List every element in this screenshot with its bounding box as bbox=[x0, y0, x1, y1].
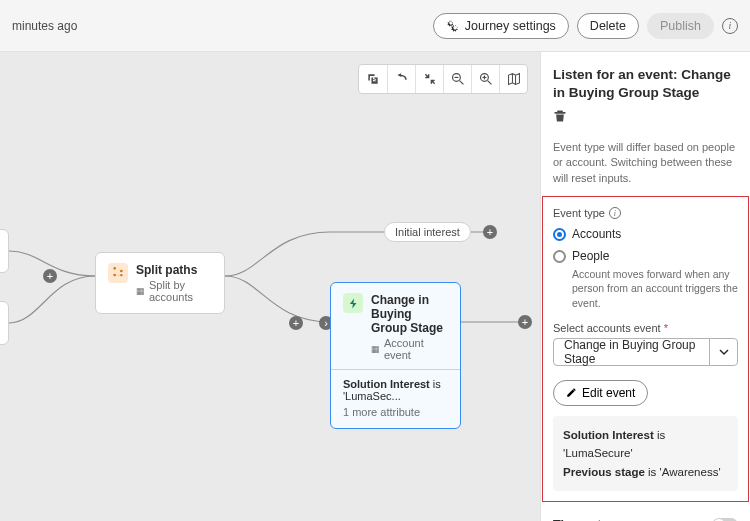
zoom-in-icon[interactable] bbox=[471, 65, 499, 93]
radio-off-icon bbox=[553, 250, 566, 263]
top-actions: Journey settings Delete Publish i bbox=[433, 13, 738, 39]
zoom-out-icon[interactable] bbox=[443, 65, 471, 93]
radio-help-text: Account moves forward when any person fr… bbox=[572, 267, 738, 310]
edit-event-label: Edit event bbox=[582, 386, 635, 400]
radio-accounts-label: Accounts bbox=[572, 227, 621, 241]
journey-settings-label: Journey settings bbox=[465, 19, 556, 33]
radio-on-icon bbox=[553, 228, 566, 241]
publish-label: Publish bbox=[660, 19, 701, 33]
pencil-icon bbox=[566, 387, 577, 398]
event-type-label: Event type i bbox=[553, 207, 738, 219]
panel-help-text: Event type will differ based on people o… bbox=[553, 140, 738, 186]
svg-line-4 bbox=[487, 81, 491, 85]
publish-button: Publish bbox=[647, 13, 714, 39]
delete-node-icon[interactable] bbox=[553, 109, 738, 126]
conditions-summary: Solution Interest is 'LumaSecure' Previo… bbox=[553, 416, 738, 491]
gear-icon bbox=[446, 19, 460, 33]
top-bar: minutes ago Journey settings Delete Publ… bbox=[0, 0, 750, 52]
split-paths-node[interactable]: Split paths ▦Split by accounts bbox=[95, 252, 225, 314]
split-subtitle: ▦Split by accounts bbox=[136, 279, 212, 303]
event-config-section: Event type i Accounts People Account mov… bbox=[542, 196, 749, 502]
split-title: Split paths bbox=[136, 263, 212, 277]
last-updated-text: minutes ago bbox=[12, 19, 77, 33]
event-subtitle: ▦Account event bbox=[371, 337, 448, 361]
radio-accounts[interactable]: Accounts bbox=[553, 227, 738, 241]
canvas-toolbar bbox=[358, 64, 528, 94]
add-node-button[interactable]: + bbox=[289, 316, 303, 330]
delete-button[interactable]: Delete bbox=[577, 13, 639, 39]
select-value: Change in Buying Group Stage bbox=[554, 339, 709, 365]
split-icon bbox=[108, 263, 128, 283]
select-event-label: Select accounts event * bbox=[553, 322, 738, 334]
edit-event-button[interactable]: Edit event bbox=[553, 380, 648, 406]
panel-title: Listen for an event: Change in Buying Gr… bbox=[553, 66, 738, 101]
undo-icon[interactable] bbox=[387, 65, 415, 93]
info-icon[interactable]: i bbox=[609, 207, 621, 219]
chevron-down-icon bbox=[709, 339, 737, 365]
add-node-button[interactable]: + bbox=[483, 225, 497, 239]
lightning-icon bbox=[343, 293, 363, 313]
event-title: Change in Buying Group Stage bbox=[371, 293, 448, 335]
radio-people[interactable]: People bbox=[553, 249, 738, 263]
add-node-button[interactable]: + bbox=[518, 315, 532, 329]
collapse-icon[interactable] bbox=[415, 65, 443, 93]
map-icon[interactable] bbox=[499, 65, 527, 93]
details-panel: Listen for an event: Change in Buying Gr… bbox=[540, 52, 750, 521]
info-icon[interactable]: i bbox=[722, 18, 738, 34]
accounts-event-select[interactable]: Change in Buying Group Stage bbox=[553, 338, 738, 366]
duplicate-icon[interactable] bbox=[359, 65, 387, 93]
delete-label: Delete bbox=[590, 19, 626, 33]
journey-settings-button[interactable]: Journey settings bbox=[433, 13, 569, 39]
main-area: + Split paths ▦Split by accounts + Initi… bbox=[0, 52, 750, 521]
journey-canvas[interactable]: + Split paths ▦Split by accounts + Initi… bbox=[0, 52, 540, 521]
radio-people-label: People bbox=[572, 249, 609, 263]
event-conditions: Solution Interest is 'LumaSec... 1 more … bbox=[331, 369, 460, 418]
add-node-button[interactable]: + bbox=[43, 269, 57, 283]
path-label[interactable]: Initial interest bbox=[384, 222, 471, 242]
svg-line-1 bbox=[459, 81, 463, 85]
event-node-selected[interactable]: Change in Buying Group Stage ▦Account ev… bbox=[330, 282, 461, 429]
